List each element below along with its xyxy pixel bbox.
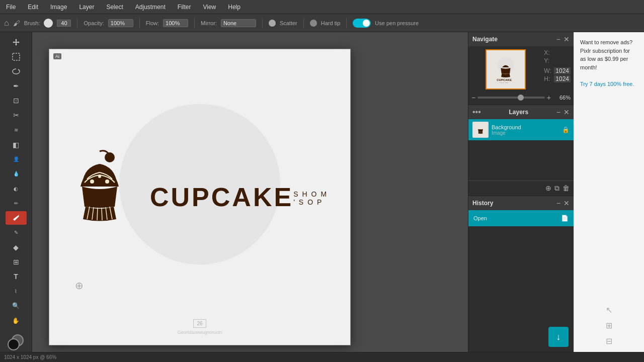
duplicate-layer-button[interactable]: ⧉ [554,184,559,193]
menu-help[interactable]: Help [226,3,243,12]
cupcake-svg [49,136,150,237]
menu-edit[interactable]: Edit [26,3,40,12]
stamp-tool[interactable]: 👤 [6,152,27,166]
home-icon[interactable]: ⌂ [4,19,9,28]
svg-point-1 [105,152,115,162]
ad-text: Want to remove ads? Pixlr subscription f… [580,38,638,88]
brush-label: Brush: [24,20,40,26]
mirror-value[interactable]: None [221,19,256,27]
watermark-number: 26 [193,319,206,328]
history-file-icon: 📄 [561,215,569,222]
svg-point-3 [105,179,109,184]
transform-tool[interactable]: ⊞ [6,255,27,268]
layers-close[interactable]: ✕ [564,109,570,116]
navigate-content: CUPCAKE SHOM SOP X: Y: [468,46,574,105]
add-layer-button[interactable]: ⊕ [545,184,551,193]
thumbnail-svg: CUPCAKE SHOM SOP [491,54,521,84]
navigate-thumbnail[interactable]: CUPCAKE SHOM SOP [486,49,526,89]
history-minimize[interactable]: − [556,200,560,207]
select-tool[interactable] [6,50,27,63]
menu-file[interactable]: File [4,3,18,12]
opacity-value[interactable]: 100% [108,19,133,27]
divider1 [77,18,77,28]
blur-tool[interactable]: 💧 [6,167,27,180]
scatter-label: Scatter [280,20,297,26]
menu-layer[interactable]: Layer [77,3,96,12]
menu-view[interactable]: View [201,3,218,12]
flow-value[interactable]: 100% [163,19,188,27]
hand-tool[interactable]: ✋ [6,314,27,327]
pen-tool[interactable]: ✏ [6,197,27,210]
navigate-body: CUPCAKE SHOM SOP X: Y: [471,49,571,89]
eraser-tool[interactable]: ◧ [6,138,27,151]
move-tool[interactable] [6,35,27,49]
y-label: Y: [544,57,552,64]
divider5 [303,18,304,28]
zoom-row: − + 66% [471,94,571,102]
w-label: W: [544,67,552,74]
coord-h: H: 1024 [544,75,571,82]
scissors-tool[interactable]: ✂ [6,109,27,122]
pen-pressure-toggle[interactable] [353,19,371,28]
lock-icon: 🔒 [562,126,570,133]
h-label: H: [544,75,552,82]
pencil-tool[interactable]: ✎ [6,226,27,239]
eyedropper-tool[interactable]: ✒ [6,79,27,93]
delete-layer-button[interactable]: 🗑 [562,184,570,193]
svg-rect-0 [13,53,20,60]
heal-tool[interactable]: ≋ [6,123,27,137]
hard-tip-circle [310,20,317,27]
export-button[interactable]: ↓ [548,327,569,347]
layers-menu[interactable]: ••• [472,108,481,117]
opacity-label: Opacity: [84,20,104,26]
history-close[interactable]: ✕ [564,200,570,207]
zoom-minus[interactable]: − [471,94,475,102]
history-item-open[interactable]: Open 📄 [468,210,574,226]
brush-size-input[interactable] [57,20,71,27]
menu-select[interactable]: Select [104,3,125,12]
svg-text:CUPCAKE: CUPCAKE [497,78,512,81]
fill-tool[interactable]: ◆ [6,240,27,254]
navigate-controls: − ✕ [556,36,570,43]
background-color[interactable] [8,338,20,350]
canvas-frame[interactable]: Ai [49,49,351,345]
zoom-slider[interactable] [477,97,545,99]
menu-image[interactable]: Image [48,3,69,12]
layer-thumb-svg [473,122,488,137]
right-icons: ↖ ⊞ ⊟ [580,305,638,346]
ad-line3: as low as $0.99 per [580,56,628,62]
menu-filter[interactable]: Filter [176,3,193,12]
navigate-minimize[interactable]: − [556,36,560,43]
zoom-tool[interactable]: 🔍 [6,299,27,313]
smudge-tool[interactable]: ⌇ [6,285,27,298]
divider2 [139,18,140,28]
cupcake-subtitle: SHOM 'SOP [293,190,350,206]
layer-info: Background Image [492,124,559,136]
history-content: Open 📄 [468,210,574,226]
crop-tool[interactable]: ⊡ [6,94,27,108]
cupcake-title: CUPCAKE [150,182,293,212]
color-swatches[interactable] [6,331,27,349]
layer-item-background[interactable]: Background Image 🔒 [468,119,574,140]
lasso-tool[interactable] [6,64,27,78]
brush-tool[interactable] [6,211,27,225]
layers-minimize[interactable]: − [556,109,560,116]
menu-adjustment[interactable]: Adjustment [133,3,168,12]
history-header: History − ✕ [468,196,574,210]
brush-size-circle [44,19,53,28]
layer-name: Background [492,124,559,130]
menu-bar: File Edit Image Layer Select Adjustment … [0,0,644,14]
dodge-tool[interactable]: ◐ [6,182,27,196]
zoom-plus[interactable]: + [547,94,551,102]
canvas-area[interactable]: Ai [32,32,468,352]
text-tool[interactable]: T [6,270,27,284]
layers-empty-space [468,140,574,180]
left-sidebar: ✒ ⊡ ✂ ≋ ◧ 👤 💧 ◐ ✏ ✎ ◆ ⊞ T ⌇ 🔍 ✋ [0,32,32,352]
mirror-label: Mirror: [201,20,217,26]
status-bar: 1024 x 1024 px @ 66% [0,352,644,362]
svg-line-8 [102,208,102,220]
svg-line-7 [97,208,98,220]
navigate-close[interactable]: ✕ [564,36,570,43]
ad-cta[interactable]: Try 7 days 100% free. [580,81,634,87]
ad-line1: Want to remove ads? [580,39,632,45]
